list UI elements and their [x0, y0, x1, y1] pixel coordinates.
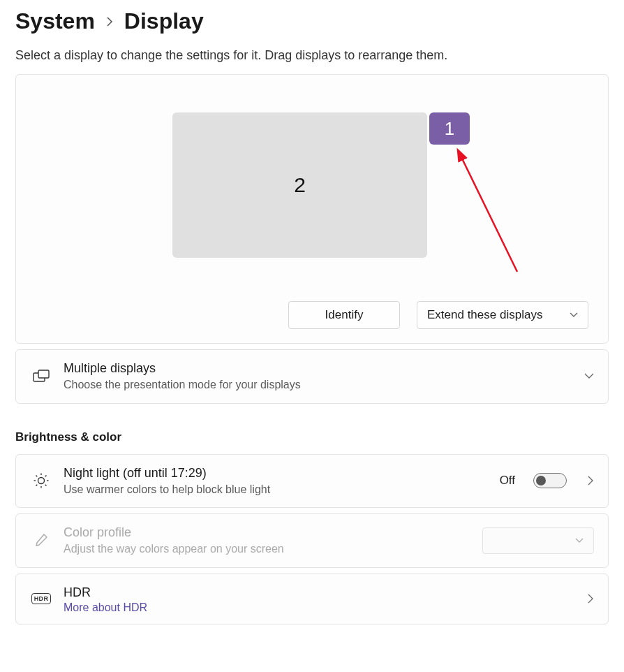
svg-rect-2: [38, 370, 49, 378]
chevron-right-icon: [588, 476, 594, 485]
section-brightness-color: Brightness & color: [15, 430, 609, 444]
breadcrumb: System Display: [15, 0, 609, 48]
night-light-status: Off: [500, 474, 515, 488]
hdr-more-link[interactable]: More about HDR: [64, 601, 567, 614]
night-light-icon: [31, 471, 51, 490]
svg-line-0: [461, 157, 517, 272]
breadcrumb-current: Display: [124, 8, 204, 34]
display-mode-label: Extend these displays: [427, 308, 542, 322]
color-profile-title: Color profile: [64, 524, 470, 541]
monitor-2[interactable]: 2: [172, 112, 427, 258]
hdr-row[interactable]: HDR HDR More about HDR: [15, 574, 609, 624]
night-light-row[interactable]: Night light (off until 17:29) Use warmer…: [15, 454, 609, 509]
color-profile-desc: Adjust the way colors appear on your scr…: [64, 541, 470, 557]
svg-line-11: [45, 476, 47, 477]
night-light-title: Night light (off until 17:29): [64, 465, 487, 482]
display-mode-dropdown[interactable]: Extend these displays: [417, 301, 588, 329]
hdr-icon: HDR: [31, 589, 51, 608]
multiple-displays-title: Multiple displays: [64, 360, 563, 377]
chevron-right-icon: [588, 594, 594, 604]
chevron-right-icon: [106, 16, 113, 27]
color-profile-row: Color profile Adjust the way colors appe…: [15, 513, 609, 568]
monitor-1[interactable]: 1: [429, 112, 470, 145]
display-arrangement-card: 2 1 Identify Extend these displays: [15, 74, 609, 344]
color-profile-icon: [31, 531, 51, 550]
annotation-arrow-icon: [453, 146, 537, 279]
svg-line-8: [36, 476, 38, 477]
hdr-title: HDR: [64, 584, 567, 601]
svg-line-10: [36, 485, 38, 486]
chevron-down-icon: [575, 538, 584, 543]
night-light-desc: Use warmer colors to help block blue lig…: [64, 482, 487, 497]
chevron-down-icon: [584, 373, 594, 379]
color-profile-select: [482, 527, 594, 554]
chevron-down-icon: [570, 312, 578, 318]
multiple-displays-icon: [31, 367, 51, 386]
identify-button[interactable]: Identify: [288, 301, 400, 329]
multiple-displays-desc: Choose the presentation mode for your di…: [64, 377, 563, 393]
night-light-toggle[interactable]: [533, 473, 567, 488]
breadcrumb-parent[interactable]: System: [15, 8, 95, 34]
page-subtitle: Select a display to change the settings …: [15, 48, 609, 63]
multiple-displays-row[interactable]: Multiple displays Choose the presentatio…: [15, 349, 609, 404]
svg-line-9: [45, 485, 47, 486]
display-canvas: 2 1: [26, 85, 598, 287]
